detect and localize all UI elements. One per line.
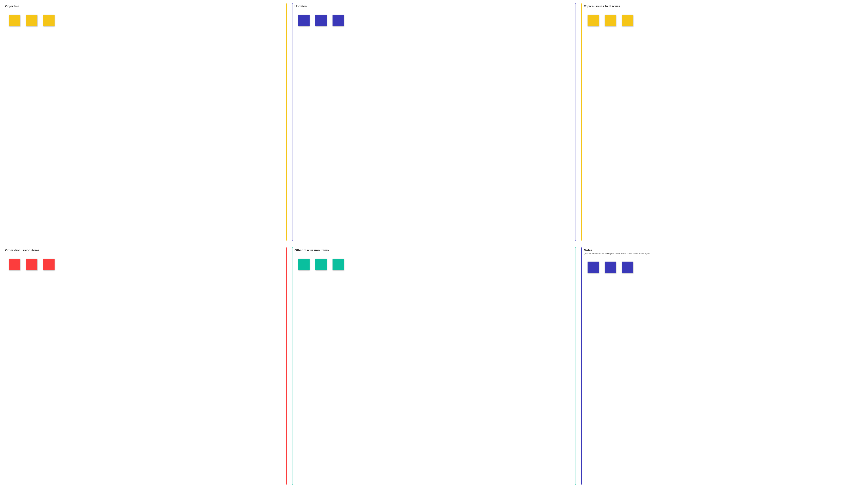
panel-header: Notes (Pro tip: You can also write your … — [582, 247, 865, 256]
panel-header: Other discussion items — [292, 247, 576, 253]
sticky-note[interactable] — [43, 259, 55, 270]
sticky-note[interactable] — [333, 259, 344, 270]
panel-header: Objective — [3, 3, 286, 9]
panel-other-discussion-1[interactable]: Other discussion items — [3, 247, 287, 485]
panel-body[interactable] — [3, 9, 286, 241]
sticky-note[interactable] — [298, 15, 310, 26]
panel-title: Updates — [294, 4, 574, 8]
panel-title: Objective — [5, 4, 284, 8]
panel-other-discussion-2[interactable]: Other discussion items — [292, 247, 576, 485]
panel-notes[interactable]: Notes (Pro tip: You can also write your … — [581, 247, 865, 485]
panel-body[interactable] — [582, 9, 865, 241]
sticky-note[interactable] — [298, 259, 310, 270]
sticky-note[interactable] — [9, 259, 20, 270]
panel-header: Topics/issues to discuss — [582, 3, 865, 9]
panel-body[interactable] — [582, 256, 865, 485]
panel-body[interactable] — [292, 9, 576, 241]
sticky-note[interactable] — [9, 15, 20, 26]
board[interactable]: Objective Updates Topics/issues to discu… — [3, 3, 865, 485]
sticky-note[interactable] — [315, 15, 327, 26]
sticky-note[interactable] — [622, 15, 633, 26]
panel-header: Updates — [292, 3, 576, 9]
panel-objective[interactable]: Objective — [3, 3, 287, 241]
sticky-note[interactable] — [588, 15, 599, 26]
sticky-note[interactable] — [315, 259, 327, 270]
sticky-note[interactable] — [26, 15, 37, 26]
sticky-note[interactable] — [333, 15, 344, 26]
sticky-note[interactable] — [622, 262, 633, 273]
panel-title: Other discussion items — [5, 248, 284, 252]
panel-body[interactable] — [3, 253, 286, 485]
sticky-note[interactable] — [43, 15, 55, 26]
sticky-note[interactable] — [605, 262, 616, 273]
panel-title: Notes — [584, 248, 863, 252]
panel-topics[interactable]: Topics/issues to discuss — [581, 3, 865, 241]
panel-title: Other discussion items — [294, 248, 574, 252]
sticky-note[interactable] — [588, 262, 599, 273]
panel-header: Other discussion items — [3, 247, 286, 253]
panel-body[interactable] — [292, 253, 576, 485]
panel-subtitle: (Pro tip: You can also write your notes … — [584, 252, 863, 255]
sticky-note[interactable] — [26, 259, 37, 270]
sticky-note[interactable] — [605, 15, 616, 26]
panel-title: Topics/issues to discuss — [584, 4, 863, 8]
panel-updates[interactable]: Updates — [292, 3, 576, 241]
